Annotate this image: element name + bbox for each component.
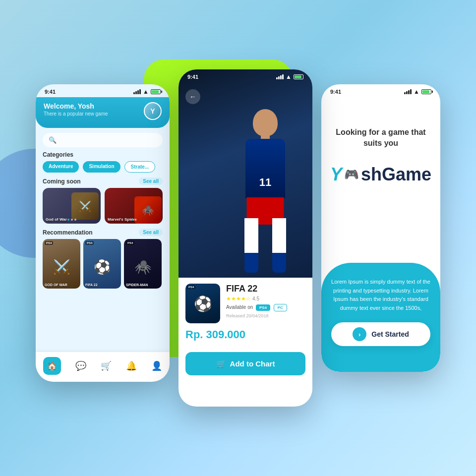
p2-game-row: PS4 ⚽ FIFA 22 ★★★★☆ 4.5 Available on PS4…: [185, 284, 305, 323]
player-body: 11: [236, 109, 295, 278]
logo-rest-text: shGame: [361, 164, 431, 185]
gow-fig: ⚔️: [43, 245, 80, 289]
coming-soon-title: Coming soon: [43, 178, 81, 185]
player-number: 11: [259, 176, 271, 189]
avatar[interactable]: Y: [144, 102, 162, 120]
category-adventure[interactable]: Adventure: [43, 161, 79, 173]
status-bar-3: 9:41 ▲: [321, 84, 440, 97]
signal-icon-3: [404, 89, 412, 94]
status-icons-1: ▲: [133, 88, 161, 95]
p2-game-info-section: PS4 ⚽ FIFA 22 ★★★★☆ 4.5 Available on PS4…: [178, 278, 312, 347]
coming-soon-see-all[interactable]: See all: [139, 178, 163, 185]
fifa-card-title: FIFA 22: [85, 283, 98, 287]
home-icon: 🏠: [43, 357, 61, 375]
coming-soon-grid: ⚔️ God of War 🕷️ Marvel's Spider-Man: [36, 188, 170, 229]
search-bar[interactable]: 🔍: [43, 133, 163, 147]
welcome-subtitle: There is a popular new game: [44, 111, 108, 117]
bottom-nav: 🏠 💬 🛒 🔔 👤: [36, 352, 170, 382]
nav-cart[interactable]: 🛒: [101, 360, 112, 371]
p3-tagline: Looking for a game that suits you: [331, 127, 430, 149]
player-figure: 11: [216, 89, 312, 278]
category-strategy[interactable]: Strate...: [124, 161, 156, 173]
p2-cover-art: PS4 ⚽: [185, 284, 220, 323]
rec-grid: PS4 ⚔️ GOD OF WAR PS4 ⚽ FIFA 22 PS4 🕷️ S…: [36, 239, 170, 289]
card-dots: [67, 219, 76, 221]
ps4-badge-2: PS4: [85, 241, 94, 245]
card-dots2: [131, 219, 136, 221]
nav-chat[interactable]: 💬: [75, 360, 86, 371]
phone1-home: 9:41 ▲ Welcome, Yosh There is a popular …: [36, 84, 170, 382]
status-icons-3: ▲: [404, 88, 431, 95]
rec-card-fifa[interactable]: PS4 ⚽ FIFA 22: [83, 239, 121, 289]
rec-header: Recommendation See all: [36, 229, 170, 239]
game-god-of-war[interactable]: ⚔️ God of War: [43, 188, 101, 224]
get-started-button[interactable]: › Get Started: [331, 322, 430, 346]
phones-container: 9:41 ▲ Welcome, Yosh There is a popular …: [36, 69, 440, 407]
ps4-platform: PS4: [256, 304, 270, 311]
p3-description: Lorem Ipsum is simply dummy text of the …: [331, 278, 430, 312]
p2-status-bar: 9:41 ▲: [178, 69, 312, 82]
player-head: [253, 109, 278, 136]
nav-notifications[interactable]: 🔔: [126, 360, 137, 371]
add-to-cart-label: Add to Chart: [230, 359, 275, 368]
add-to-cart-button[interactable]: 🛒 Add to Chart: [185, 352, 305, 375]
category-simulation[interactable]: Simulation: [83, 161, 120, 173]
nav-profile[interactable]: 👤: [151, 360, 162, 371]
status-time-1: 9:41: [45, 89, 56, 95]
pc-platform: PC: [274, 304, 287, 311]
cart-icon: 🛒: [101, 360, 112, 371]
signal-icon: [133, 89, 141, 94]
welcome-title: Welcome, Yosh: [44, 102, 108, 110]
god-of-war-figure: ⚔️: [71, 192, 99, 220]
player-shirt: 11: [245, 139, 285, 198]
rec-see-all[interactable]: See all: [139, 229, 163, 236]
p2-game-details: FIFA 22 ★★★★☆ 4.5 Available on PS4 PC Re…: [226, 284, 289, 318]
game-spiderman[interactable]: 🕷️ Marvel's Spider-Man: [105, 188, 163, 224]
chat-icon: 💬: [75, 360, 86, 371]
spiderman-figure: 🕷️: [134, 196, 162, 224]
p2-cover-icon: ⚽: [194, 295, 212, 312]
rec-title: Recommendation: [43, 229, 93, 236]
wifi-icon-3: ▲: [414, 88, 419, 95]
user-icon: 👤: [151, 360, 162, 371]
spiderman-card-title: SPIDER-MAN: [126, 283, 148, 287]
rating-value: 4.5: [252, 296, 259, 301]
player-sock-left: [244, 253, 258, 273]
categories-title: Categories: [36, 151, 170, 161]
release-date: Released 20/04/2018: [226, 313, 289, 318]
ps4-badge-3: PS4: [126, 241, 134, 245]
p2-ps4-badge: PS4: [187, 285, 195, 289]
wifi-icon-2: ▲: [286, 73, 292, 80]
rec-card-spiderman[interactable]: PS4 🕷️ SPIDER-MAN: [124, 239, 162, 289]
battery-icon: [151, 89, 161, 94]
p1-header: Welcome, Yosh There is a popular new gam…: [36, 97, 170, 128]
cart-button-icon: 🛒: [216, 359, 226, 368]
logo-gamepad-icon: 🎮: [344, 168, 359, 181]
availability-label: Available on PS4 PC: [226, 304, 289, 311]
rec-card-gow[interactable]: PS4 ⚔️ GOD OF WAR: [43, 239, 80, 289]
back-button[interactable]: ←: [185, 89, 200, 104]
p3-logo: Y 🎮 shGame: [331, 164, 430, 185]
fifa-fig: ⚽: [83, 245, 121, 289]
status-icons-2: ▲: [276, 73, 303, 80]
phone3-splash: 9:41 ▲ Looking for a game that suits you…: [321, 84, 440, 372]
status-time-2: 9:41: [187, 74, 198, 80]
search-icon: 🔍: [49, 136, 57, 144]
bell-icon: 🔔: [126, 360, 137, 371]
player-sock-right: [272, 253, 286, 273]
battery-icon-2: [294, 74, 303, 79]
logo-y: Y: [330, 164, 342, 185]
wifi-icon: ▲: [143, 88, 149, 95]
nav-home[interactable]: 🏠: [43, 357, 61, 375]
coming-soon-header: Coming soon See all: [36, 178, 170, 188]
p3-top-section: Looking for a game that suits you Y 🎮 sh…: [321, 97, 440, 210]
p1-header-text: Welcome, Yosh There is a popular new gam…: [44, 102, 108, 117]
status-bar-2: 9:41 ▲: [178, 69, 312, 82]
p2-hero: 9:41 ▲ ←: [178, 69, 312, 278]
category-pills: Adventure Simulation Strate...: [36, 161, 170, 178]
spider-fig: 🕷️: [124, 245, 162, 289]
p3-bottom-section: Lorem Ipsum is simply dummy text of the …: [321, 263, 440, 372]
status-time-3: 9:41: [330, 89, 341, 95]
get-started-label: Get Started: [371, 330, 409, 338]
status-bar-1: 9:41 ▲: [36, 84, 170, 97]
